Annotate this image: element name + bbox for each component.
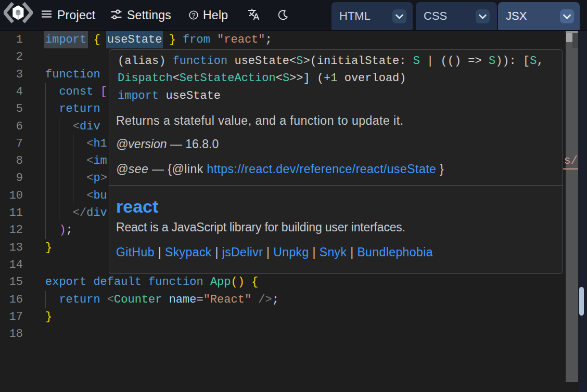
- svg-text:?: ?: [192, 12, 196, 19]
